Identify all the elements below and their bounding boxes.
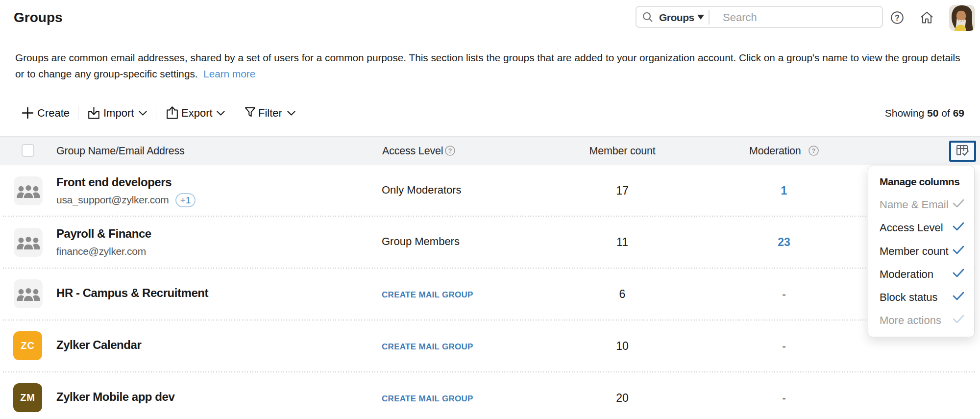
svg-text:?: ? (895, 14, 900, 22)
svg-text:?: ? (448, 147, 452, 154)
svg-text:?: ? (812, 147, 816, 154)
